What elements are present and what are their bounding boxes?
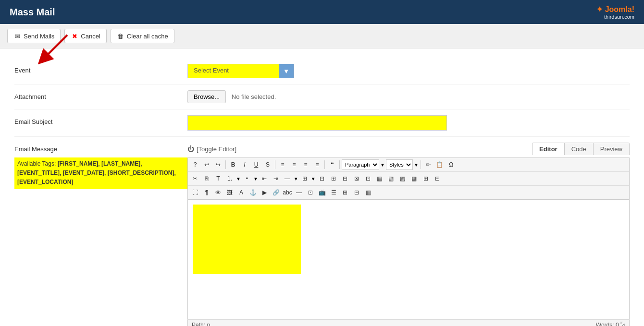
- logo: ✦ Joomla! thirdsun.com: [596, 5, 634, 20]
- underline-button[interactable]: U: [251, 159, 261, 170]
- toolbar: ✉ Send Mails ✖ Cancel 🗑 Clear all cache: [0, 24, 644, 48]
- cancel-icon: ✖: [71, 32, 78, 40]
- editor-footer: Path: p Words: 0 ⊿: [187, 319, 630, 326]
- ol-arrow: ▼: [236, 176, 241, 181]
- browse-button[interactable]: Browse...: [187, 90, 226, 103]
- power-icon: ⏻: [187, 145, 194, 153]
- strikethrough-button[interactable]: S: [262, 159, 273, 170]
- email-subject-label: Email Subject: [14, 115, 187, 125]
- email-subject-row: Email Subject: [14, 109, 630, 137]
- email-subject-input[interactable]: [187, 115, 447, 131]
- paragraph-btn[interactable]: ¶: [201, 187, 212, 198]
- link-button[interactable]: 🔗: [271, 187, 281, 198]
- main-content: Event Select Event ▼ Attachment Browse..…: [0, 48, 644, 326]
- media-button[interactable]: ▶: [259, 187, 270, 198]
- event-field: Select Event ▼: [187, 64, 630, 78]
- editor-body[interactable]: [187, 199, 630, 319]
- fullscreen-button[interactable]: ⛶: [190, 187, 200, 198]
- ul-arrow: ▼: [253, 176, 258, 181]
- italic-button[interactable]: I: [239, 159, 250, 170]
- paragraph-select[interactable]: Paragraph: [342, 159, 379, 170]
- styles-select[interactable]: Styles: [386, 159, 413, 170]
- grid-btn-7[interactable]: ▧: [386, 173, 396, 184]
- help-button[interactable]: ?: [190, 159, 200, 170]
- block-btn[interactable]: ⊡: [305, 187, 316, 198]
- styles-arrow: ▼: [414, 162, 419, 168]
- paste-button[interactable]: 📋: [434, 159, 445, 170]
- joomla-logo: ✦ Joomla!: [596, 5, 634, 14]
- toolbar-row-1: ? ↩ ↪ B I U S ≡ ≡ ≡ ≡ ❝: [188, 158, 629, 172]
- divider-4: [339, 160, 340, 169]
- grid-btn-9[interactable]: ▩: [409, 173, 420, 184]
- email-message-label-area: Email Message Available Tags: [FIRST_NAM…: [14, 143, 187, 189]
- grid-btn-1[interactable]: ⊡: [317, 173, 327, 184]
- grid-btn-3[interactable]: ⊟: [340, 173, 350, 184]
- tab-code[interactable]: Code: [565, 143, 594, 155]
- unordered-list-button[interactable]: •: [242, 173, 252, 184]
- paste-text-button[interactable]: T: [213, 173, 223, 184]
- grid-btn-5[interactable]: ⊡: [363, 173, 373, 184]
- table2-btn[interactable]: ▦: [363, 187, 373, 198]
- spellcheck-button[interactable]: abc: [282, 187, 293, 198]
- source-btn[interactable]: ⊟: [351, 187, 362, 198]
- tab-editor[interactable]: Editor: [533, 143, 565, 155]
- grid-btn-6[interactable]: ▦: [374, 173, 385, 184]
- event-label: Event: [14, 64, 187, 74]
- align-left-button[interactable]: ≡: [277, 159, 288, 170]
- send-mails-button[interactable]: ✉ Send Mails: [7, 29, 61, 43]
- fontcolor-button[interactable]: A: [236, 187, 247, 198]
- divider-2: [275, 160, 275, 169]
- cut-button[interactable]: ✂: [190, 173, 200, 184]
- toolbar-row-2: ✂ ⎘ T 1. ▼ • ▼ ⇤ ⇥ — ▼ ⊞ ▼ ⊡ ⊞ ⊟: [188, 172, 629, 186]
- hr2-button[interactable]: —: [294, 187, 304, 198]
- attachment-row: Attachment Browse... No file selected.: [14, 85, 630, 109]
- email-message-label: Email Message: [14, 145, 187, 153]
- ordered-list-button[interactable]: 1.: [224, 173, 235, 184]
- embed-btn[interactable]: 📺: [317, 187, 327, 198]
- resize-handle[interactable]: ⊿: [620, 322, 625, 326]
- hr-button[interactable]: —: [282, 173, 293, 184]
- grid-btn-4[interactable]: ⊠: [351, 173, 362, 184]
- tab-preview[interactable]: Preview: [594, 143, 629, 155]
- event-dropdown-button[interactable]: ▼: [279, 64, 294, 78]
- eraser-button[interactable]: ✏: [423, 159, 433, 170]
- table-arrow: ▼: [311, 176, 316, 181]
- anchor-button[interactable]: ⚓: [248, 187, 258, 198]
- email-subject-field: [187, 115, 630, 131]
- indent-button[interactable]: ⇥: [271, 173, 281, 184]
- grid-btn-8[interactable]: ▨: [397, 173, 408, 184]
- outdent-button[interactable]: ⇤: [259, 173, 270, 184]
- word-count: Words: 0 ⊿: [596, 322, 625, 326]
- template-btn[interactable]: ⊞: [340, 187, 350, 198]
- undo-button[interactable]: ↩: [201, 159, 212, 170]
- attachment-label: Attachment: [14, 90, 187, 100]
- grid-btn-11[interactable]: ⊟: [432, 173, 443, 184]
- event-row: Event Select Event ▼: [14, 58, 630, 85]
- table-btn[interactable]: ⊞: [299, 173, 310, 184]
- special-char-button[interactable]: Ω: [446, 159, 457, 170]
- redo-button[interactable]: ↪: [213, 159, 223, 170]
- editor-toolbar: ? ↩ ↪ B I U S ≡ ≡ ≡ ≡ ❝: [187, 157, 630, 199]
- cancel-button[interactable]: ✖ Cancel: [64, 29, 106, 43]
- copy-button[interactable]: ⎘: [201, 173, 212, 184]
- event-select-input[interactable]: Select Event: [187, 64, 279, 78]
- align-right-button[interactable]: ≡: [300, 159, 311, 170]
- blockquote-button[interactable]: ❝: [327, 159, 337, 170]
- preview-btn[interactable]: 👁: [213, 187, 223, 198]
- bold-button[interactable]: B: [228, 159, 238, 170]
- toolbar-row-3: ⛶ ¶ 👁 🖼 A ⚓ ▶ 🔗 abc — ⊡ 📺 ☰ ⊞ ⊟ ▦: [188, 186, 629, 199]
- toc-btn[interactable]: ☰: [328, 187, 339, 198]
- attachment-field: Browse... No file selected.: [187, 90, 630, 103]
- align-center-button[interactable]: ≡: [289, 159, 299, 170]
- image-button[interactable]: 🖼: [224, 187, 235, 198]
- grid-btn-10[interactable]: ⊞: [421, 173, 431, 184]
- hr-arrow: ▼: [294, 176, 298, 181]
- clear-cache-button[interactable]: 🗑 Clear all cache: [111, 29, 174, 43]
- header: Mass Mail ✦ Joomla! thirdsun.com: [0, 0, 644, 24]
- editor-top-bar: ⏻ [Toggle Editor] Editor Code Preview: [187, 143, 630, 155]
- file-info: No file selected.: [232, 93, 276, 100]
- envelope-icon: ✉: [13, 32, 21, 40]
- grid-btn-2[interactable]: ⊞: [328, 173, 339, 184]
- align-justify-button[interactable]: ≡: [312, 159, 322, 170]
- logo-subtitle: thirdsun.com: [604, 14, 634, 20]
